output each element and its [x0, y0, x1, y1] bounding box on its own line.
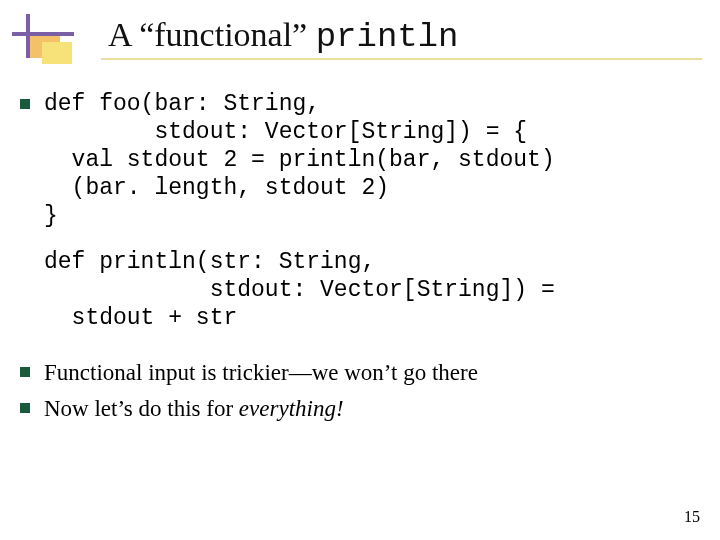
bullet-item: Now let’s do this for everything! [20, 394, 700, 424]
bullet-icon [20, 367, 30, 377]
title-code: println [316, 18, 459, 56]
title-underline [34, 58, 702, 60]
bullet-text-emphasis: everything! [239, 396, 344, 421]
title-text: A “functional” [108, 16, 316, 53]
code-block-2: def println(str: String, stdout: Vector[… [44, 248, 700, 332]
bullet-item: def foo(bar: String, stdout: Vector[Stri… [20, 90, 700, 230]
slide-logo [12, 14, 82, 64]
slide-content: def foo(bar: String, stdout: Vector[Stri… [20, 90, 700, 430]
bullet-icon [20, 403, 30, 413]
bullet-text: Now let’s do this for everything! [44, 394, 344, 424]
bullet-icon [20, 99, 30, 109]
code-block-1: def foo(bar: String, stdout: Vector[Stri… [44, 90, 555, 230]
lower-bullets: Functional input is trickier—we won’t go… [20, 358, 700, 424]
logo-box-yellow [42, 42, 72, 64]
slide-title: A “functional” println [108, 16, 459, 56]
bullet-text: Functional input is trickier—we won’t go… [44, 358, 478, 388]
bullet-item: Functional input is trickier—we won’t go… [20, 358, 700, 388]
bullet-text-prefix: Now let’s do this for [44, 396, 239, 421]
page-number: 15 [684, 508, 700, 526]
